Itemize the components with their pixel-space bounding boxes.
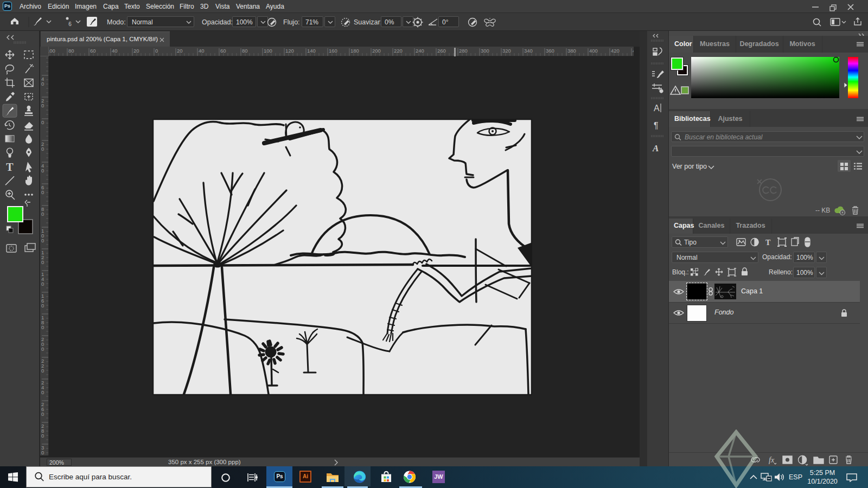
svg-text:40: 40: [199, 48, 205, 54]
svg-text:0: 0: [41, 389, 44, 395]
svg-text:A: A: [652, 143, 659, 153]
svg-text:0: 0: [41, 168, 44, 174]
svg-text:60: 60: [90, 48, 96, 54]
svg-text:0: 0: [41, 433, 44, 439]
svg-text:0: 0: [41, 146, 44, 152]
svg-text:160: 160: [329, 48, 337, 54]
svg-text:220: 220: [394, 48, 403, 54]
svg-text:20: 20: [133, 48, 139, 54]
svg-text:120: 120: [285, 48, 294, 54]
svg-text:320: 320: [502, 48, 511, 54]
svg-text:200: 200: [372, 48, 381, 54]
svg-text:¶: ¶: [654, 121, 659, 130]
svg-text:0: 0: [41, 211, 44, 217]
svg-text:0: 0: [41, 259, 44, 265]
svg-text:260: 260: [437, 48, 446, 54]
svg-text:0: 0: [41, 454, 44, 455]
svg-text:0: 0: [41, 346, 44, 352]
svg-text:0: 0: [41, 368, 44, 374]
svg-text:0: 0: [41, 81, 44, 87]
svg-text:60: 60: [220, 48, 226, 54]
svg-text:0: 0: [41, 237, 44, 243]
svg-text:400: 400: [589, 48, 598, 54]
svg-text:100: 100: [264, 48, 272, 54]
svg-text:0: 0: [41, 303, 44, 309]
svg-text:0: 0: [41, 411, 44, 417]
svg-text:A: A: [654, 104, 660, 113]
svg-text:300: 300: [481, 48, 489, 54]
svg-text:fx: fx: [769, 456, 775, 464]
svg-text:180: 180: [350, 48, 359, 54]
svg-text:420: 420: [611, 48, 620, 54]
svg-text:0: 0: [41, 102, 44, 108]
svg-text:140: 140: [307, 48, 316, 54]
svg-text:340: 340: [524, 48, 533, 54]
svg-text:240: 240: [416, 48, 424, 54]
svg-text:440: 440: [633, 48, 634, 54]
svg-text:80: 80: [68, 48, 74, 54]
svg-text:0: 0: [155, 48, 158, 54]
svg-text:380: 380: [567, 48, 576, 54]
svg-text:0: 0: [41, 119, 44, 125]
svg-text:T: T: [765, 239, 771, 247]
svg-text:0: 0: [41, 189, 44, 195]
svg-text:360: 360: [546, 48, 554, 54]
svg-text:T: T: [6, 161, 14, 173]
svg-text:0: 0: [41, 281, 44, 287]
svg-text:40: 40: [112, 48, 118, 54]
svg-text:0: 0: [41, 324, 44, 330]
svg-text:80: 80: [242, 48, 248, 54]
svg-text:280: 280: [459, 48, 468, 54]
svg-text:20: 20: [177, 48, 183, 54]
